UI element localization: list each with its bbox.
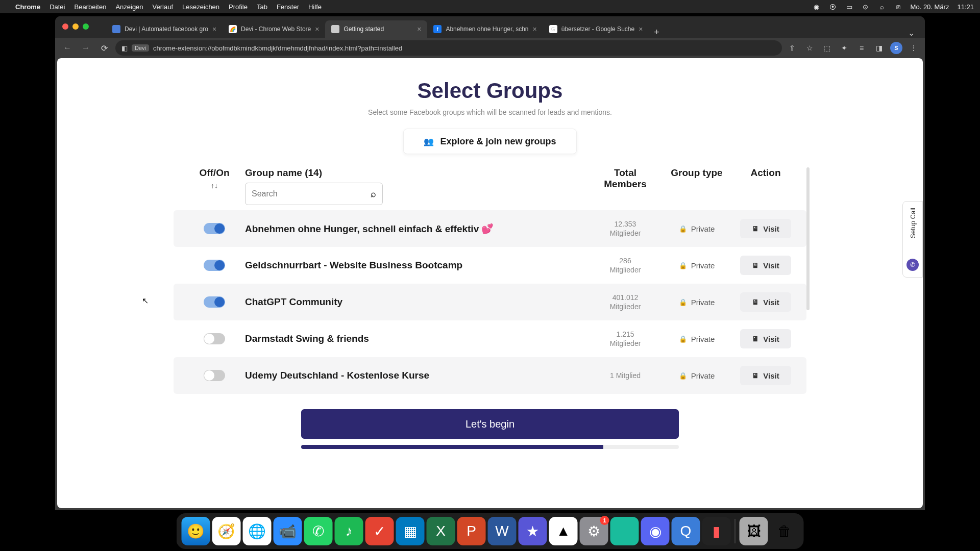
lock-icon: 🔒	[679, 298, 687, 306]
control-center-icon[interactable]: ⎚	[894, 3, 902, 11]
forward-button[interactable]: →	[79, 41, 93, 55]
tab-getting-started[interactable]: Getting started ×	[325, 20, 427, 38]
dock-spotify[interactable]: ♪	[335, 517, 363, 545]
table-row: Darmstadt Swing & friends 1.215Mitgliede…	[174, 320, 806, 357]
explore-groups-button[interactable]: 👥 Explore & join new groups	[403, 129, 577, 154]
tab-chrome-store[interactable]: 🌈 Devi - Chrome Web Store ×	[223, 20, 325, 38]
lets-begin-button[interactable]: Let's begin	[301, 409, 679, 439]
group-toggle[interactable]	[204, 296, 225, 308]
visit-button[interactable]: 🖥Visit	[740, 329, 791, 348]
tab-close-icon[interactable]: ×	[212, 25, 216, 33]
scrollbar[interactable]	[806, 167, 810, 310]
dock-discord[interactable]: ◉	[641, 517, 670, 545]
tab-close-icon[interactable]: ×	[533, 25, 537, 33]
group-toggle[interactable]	[204, 223, 225, 234]
search-icon[interactable]: ⌕	[371, 189, 376, 199]
tab-close-icon[interactable]: ×	[639, 25, 643, 33]
group-toggle[interactable]	[204, 260, 225, 271]
group-toggle[interactable]	[204, 333, 225, 344]
table-row: Geldschnurrbart - Website Business Bootc…	[174, 247, 806, 284]
menubar-date[interactable]: Mo. 20. März	[911, 3, 949, 11]
visit-button[interactable]: 🖥Visit	[740, 366, 791, 385]
wifi-icon[interactable]: ⊙	[862, 3, 870, 11]
dock-trello[interactable]: ▦	[396, 517, 425, 545]
monitor-icon: 🖥	[752, 335, 759, 343]
side-panel-icon[interactable]: ◨	[873, 42, 885, 54]
search-input[interactable]	[252, 189, 371, 198]
site-info-icon[interactable]: ◧	[121, 44, 128, 52]
dock-app-teal[interactable]	[610, 517, 639, 545]
battery-icon[interactable]: ▭	[845, 3, 853, 11]
dock-excel[interactable]: X	[427, 517, 455, 545]
chrome-menu-icon[interactable]: ⋮	[908, 42, 920, 54]
profile-avatar[interactable]: S	[890, 42, 902, 54]
dock-todoist[interactable]: ✓	[365, 517, 394, 545]
dock-chrome[interactable]: 🌐	[243, 517, 272, 545]
menu-datei[interactable]: Datei	[50, 3, 65, 11]
people-icon: 👥	[424, 137, 434, 146]
back-button[interactable]: ←	[60, 41, 75, 55]
group-toggle[interactable]	[204, 370, 225, 381]
tab-devi-app[interactable]: Devi | Automated facebook gro ×	[106, 20, 223, 38]
reload-button[interactable]: ⟳	[97, 41, 111, 55]
playback-icon[interactable]: ⦿	[829, 3, 837, 11]
menu-anzeigen[interactable]: Anzeigen	[115, 3, 143, 11]
favicon-icon: f	[433, 25, 442, 33]
group-name[interactable]: ChatGPT Community	[245, 296, 592, 308]
dock-voice-memos[interactable]: ▮	[702, 517, 731, 545]
setup-call-tab[interactable]: Setup Call ✆	[902, 201, 923, 278]
group-name[interactable]: Geldschnurrbart - Website Business Bootc…	[245, 260, 592, 271]
dock-settings[interactable]: ⚙1	[580, 517, 608, 545]
group-name[interactable]: Abnehmen ohne Hunger, schnell einfach & …	[245, 223, 592, 235]
dock-powerpoint[interactable]: P	[457, 517, 486, 545]
menu-hilfe[interactable]: Hilfe	[308, 3, 322, 11]
lock-icon: 🔒	[679, 225, 687, 233]
record-icon[interactable]: ◉	[813, 3, 821, 11]
chrome-toolbar: ← → ⟳ ◧ Devi chrome-extension://obofmdbk…	[55, 38, 925, 58]
menu-tab[interactable]: Tab	[257, 3, 267, 11]
reading-list-icon[interactable]: ≡	[855, 42, 868, 54]
share-icon[interactable]: ⇪	[786, 42, 798, 54]
dock-preview[interactable]: 🖼	[740, 517, 768, 545]
sort-icon[interactable]: ↑↓	[184, 182, 245, 190]
address-bar[interactable]: ◧ Devi chrome-extension://obofmdbkmindkb…	[115, 40, 782, 56]
group-name[interactable]: Udemy Deutschland - Kostenlose Kurse	[245, 370, 592, 381]
extension-icon[interactable]: ⬚	[821, 42, 833, 54]
dock-safari[interactable]: 🧭	[212, 517, 241, 545]
visit-button[interactable]: 🖥Visit	[740, 219, 791, 238]
menubar-time[interactable]: 11:21	[957, 3, 974, 11]
table-row: ChatGPT Community 401.012Mitglieder 🔒Pri…	[174, 284, 806, 320]
group-name[interactable]: Darmstadt Swing & friends	[245, 333, 592, 344]
bookmark-star-icon[interactable]: ☆	[803, 42, 816, 54]
extensions-puzzle-icon[interactable]: ✦	[838, 42, 850, 54]
group-members: 286Mitglieder	[592, 256, 658, 274]
dock-finder[interactable]: 🙂	[182, 517, 210, 545]
dock-quicktime[interactable]: Q	[672, 517, 700, 545]
dock-drive[interactable]: ▲	[549, 517, 578, 545]
window-close-button[interactable]	[62, 23, 68, 30]
tab-overflow-button[interactable]: ⌄	[903, 28, 920, 38]
window-minimize-button[interactable]	[72, 23, 79, 30]
tab-facebook-group[interactable]: f Abnehmen ohne Hunger, schn ×	[427, 20, 543, 38]
tab-close-icon[interactable]: ×	[315, 25, 319, 33]
mouse-cursor-icon: ↖	[142, 296, 149, 306]
header-type: Group type	[658, 167, 735, 179]
menu-profile[interactable]: Profile	[229, 3, 248, 11]
dock-whatsapp[interactable]: ✆	[304, 517, 333, 545]
tab-google-search[interactable]: G übersetzer - Google Suche ×	[543, 20, 649, 38]
visit-button[interactable]: 🖥Visit	[740, 292, 791, 312]
dock-zoom[interactable]: 📹	[274, 517, 302, 545]
menu-lesezeichen[interactable]: Lesezeichen	[182, 3, 219, 11]
window-maximize-button[interactable]	[83, 23, 89, 30]
menu-bearbeiten[interactable]: Bearbeiten	[74, 3, 106, 11]
dock-word[interactable]: W	[488, 517, 517, 545]
visit-button[interactable]: 🖥Visit	[740, 256, 791, 275]
menu-fenster[interactable]: Fenster	[277, 3, 299, 11]
tab-close-icon[interactable]: ×	[417, 25, 421, 33]
menubar-app-name[interactable]: Chrome	[15, 3, 40, 11]
menu-verlauf[interactable]: Verlauf	[153, 3, 173, 11]
new-tab-button[interactable]: +	[649, 27, 665, 38]
dock-trash[interactable]: 🗑	[770, 517, 799, 545]
dock-imovie[interactable]: ★	[519, 517, 547, 545]
search-icon[interactable]: ⌕	[878, 3, 886, 11]
